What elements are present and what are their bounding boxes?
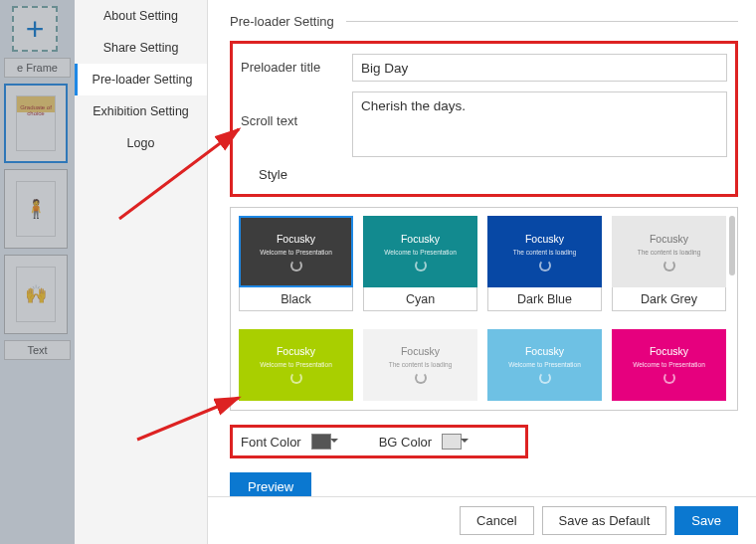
style-card-white[interactable]: FocuskyThe content is loading <box>363 329 477 409</box>
style-name-label: Dark Grey <box>612 287 726 311</box>
scroll-text-input[interactable] <box>352 91 727 157</box>
save-button[interactable]: Save <box>674 506 738 535</box>
style-grid-scrollbar[interactable] <box>729 216 735 275</box>
style-name-label: Dark Blue <box>487 287 602 311</box>
style-brand: Focusky <box>650 233 688 245</box>
sidebar-item-share[interactable]: Share Setting <box>75 32 207 64</box>
font-color-label: Font Color <box>241 435 301 450</box>
spinner-icon <box>539 260 551 272</box>
style-card-sky[interactable]: FocuskyWelcome to Presentation <box>487 329 602 409</box>
cancel-button[interactable]: Cancel <box>460 506 533 535</box>
sidebar-item-preloader[interactable]: Pre-loader Setting <box>75 64 207 95</box>
spinner-icon <box>290 372 302 384</box>
style-grid: FocuskyWelcome to PresentationBlackFocus… <box>230 207 738 411</box>
style-card-dark-grey[interactable]: FocuskyThe content is loadingDark Grey <box>612 216 726 319</box>
color-row-highlight: Font Color BG Color <box>230 425 528 458</box>
spinner-icon <box>663 372 675 384</box>
spinner-icon <box>415 372 427 384</box>
style-brand: Focusky <box>525 345 564 357</box>
style-card-green[interactable]: FocuskyWelcome to Presentation <box>239 329 353 409</box>
dialog-footer: Cancel Save as Default Save <box>208 496 756 544</box>
spinner-icon <box>290 260 302 272</box>
style-subtitle: Welcome to Presentation <box>508 361 581 368</box>
settings-sidebar: About Setting Share Setting Pre-loader S… <box>75 0 208 544</box>
style-brand: Focusky <box>401 345 440 357</box>
sidebar-item-about[interactable]: About Setting <box>75 0 207 32</box>
left-canvas-strip: + e Frame Graduate of choice 🧍 🙌 Text <box>0 0 75 544</box>
style-name-label: Black <box>239 287 353 311</box>
style-name-label: Cyan <box>363 287 477 311</box>
sidebar-item-exhibition[interactable]: Exhibition Setting <box>75 95 207 127</box>
style-subtitle: Welcome to Presentation <box>260 249 332 256</box>
style-brand: Focusky <box>650 345 688 357</box>
style-card-magenta[interactable]: FocuskyWelcome to Presentation <box>612 329 726 409</box>
save-default-button[interactable]: Save as Default <box>542 506 667 535</box>
thumbnail-3[interactable]: 🙌 <box>4 255 68 334</box>
bg-color-picker[interactable] <box>442 434 462 450</box>
preloader-fields-highlight: Preloader title Scroll text Style <box>230 41 738 197</box>
font-color-picker[interactable] <box>311 434 331 450</box>
thumbnail-2[interactable]: 🧍 <box>4 169 68 249</box>
bg-color-label: BG Color <box>379 435 432 450</box>
style-subtitle: The content is loading <box>638 249 701 256</box>
style-card-black[interactable]: FocuskyWelcome to PresentationBlack <box>239 216 353 319</box>
style-brand: Focusky <box>401 233 440 245</box>
style-subtitle: Welcome to Presentation <box>260 361 332 368</box>
thumbnail-1[interactable]: Graduate of choice <box>4 84 68 163</box>
style-card-dark-blue[interactable]: FocuskyThe content is loadingDark Blue <box>487 216 602 319</box>
style-subtitle: Welcome to Presentation <box>633 361 705 368</box>
spinner-icon <box>539 372 551 384</box>
add-frame-plus[interactable]: + <box>12 6 58 52</box>
spinner-icon <box>415 260 427 272</box>
sidebar-item-logo[interactable]: Logo <box>75 127 207 159</box>
style-label: Style <box>259 167 727 182</box>
style-subtitle: Welcome to Presentation <box>384 249 457 256</box>
section-title-row: Pre-loader Setting <box>230 14 738 29</box>
section-title: Pre-loader Setting <box>230 14 334 29</box>
spinner-icon <box>663 260 675 272</box>
style-brand: Focusky <box>277 345 315 357</box>
style-card-cyan[interactable]: FocuskyWelcome to PresentationCyan <box>363 216 477 319</box>
scroll-text-label: Scroll text <box>241 91 352 128</box>
style-subtitle: The content is loading <box>389 361 453 368</box>
frame-button[interactable]: e Frame <box>4 58 71 78</box>
section-title-divider <box>346 21 738 22</box>
preloader-title-input[interactable] <box>352 54 727 82</box>
style-subtitle: The content is loading <box>513 249 577 256</box>
style-brand: Focusky <box>277 233 315 245</box>
style-brand: Focusky <box>525 233 564 245</box>
thumb-badge: Graduate of choice <box>16 95 56 151</box>
main-panel: Pre-loader Setting Preloader title Scrol… <box>208 0 756 544</box>
preloader-title-label: Preloader title <box>241 54 352 75</box>
text-button[interactable]: Text <box>4 340 71 360</box>
